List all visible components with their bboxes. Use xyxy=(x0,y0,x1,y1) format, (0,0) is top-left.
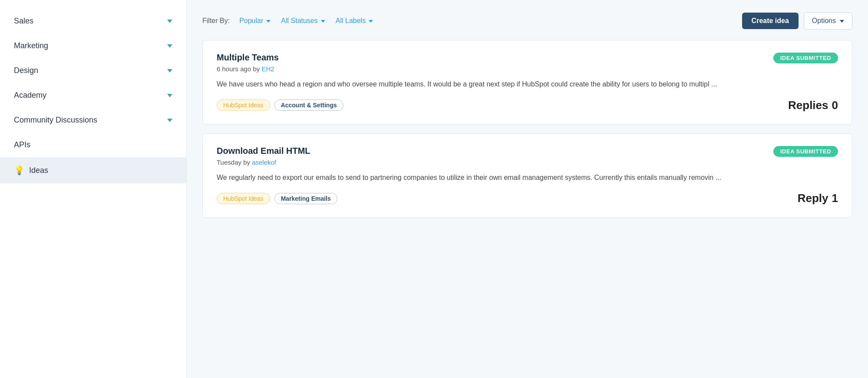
all-statuses-label: All Statuses xyxy=(281,17,317,25)
filter-by-label: Filter By: xyxy=(202,17,230,25)
options-label: Options xyxy=(812,17,836,25)
bulb-icon: 💡 xyxy=(14,165,25,176)
tag-account-settings[interactable]: Account & Settings xyxy=(274,99,343,111)
chevron-down-icon xyxy=(838,17,844,25)
tag-marketing-emails[interactable]: Marketing Emails xyxy=(274,193,337,204)
replies-count: 0 xyxy=(832,99,838,112)
card-footer: HubSpot Ideas Marketing Emails Reply1 xyxy=(217,192,838,205)
card-meta-time: 6 hours ago by xyxy=(217,65,261,73)
sidebar-item-apis[interactable]: APIs xyxy=(0,133,186,157)
card-title-block: Download Email HTML Tuesday by aselekof xyxy=(217,146,310,172)
popular-label: Popular xyxy=(239,17,263,25)
main-content: Filter By: Popular All Statuses All Labe… xyxy=(187,0,868,378)
card-author-link[interactable]: aselekof xyxy=(252,159,276,166)
chevron-down-icon xyxy=(167,66,172,75)
card-title-block: Multiple Teams 6 hours ago by EH2 xyxy=(217,53,279,79)
sidebar-item-label: Ideas xyxy=(29,166,48,175)
sidebar-item-sales[interactable]: Sales xyxy=(0,9,186,33)
card-replies: Reply1 xyxy=(794,192,838,205)
card-replies: Replies0 xyxy=(785,99,838,112)
card-top: Multiple Teams 6 hours ago by EH2 IDEA S… xyxy=(217,53,838,79)
sidebar-item-label: Marketing xyxy=(14,41,48,50)
all-statuses-filter-button[interactable]: All Statuses xyxy=(277,15,328,27)
sidebar-item-community-discussions[interactable]: Community Discussions xyxy=(0,108,186,133)
sidebar-item-label: APIs xyxy=(14,140,30,149)
replies-count: 1 xyxy=(832,192,838,205)
card-meta: 6 hours ago by EH2 xyxy=(217,65,279,73)
idea-card-2: Download Email HTML Tuesday by aselekof … xyxy=(202,133,852,218)
options-button[interactable]: Options xyxy=(804,12,852,30)
sidebar-item-label: Academy xyxy=(14,91,46,100)
chevron-down-icon xyxy=(167,41,172,50)
chevron-down-icon xyxy=(320,17,325,25)
tag-hubspot-ideas[interactable]: HubSpot Ideas xyxy=(217,193,270,204)
filter-left: Filter By: Popular All Statuses All Labe… xyxy=(202,15,376,27)
card-meta-time: Tuesday by xyxy=(217,159,252,166)
card-meta: Tuesday by aselekof xyxy=(217,159,310,166)
card-body: We regularly need to export our emails t… xyxy=(217,172,838,183)
sidebar: Sales Marketing Design Academy xyxy=(0,0,187,378)
idea-submitted-badge: IDEA SUBMITTED xyxy=(773,146,838,157)
sidebar-item-design[interactable]: Design xyxy=(0,58,186,83)
chevron-down-icon xyxy=(167,17,172,26)
card-footer: HubSpot Ideas Account & Settings Replies… xyxy=(217,99,838,112)
replies-label: Replies xyxy=(788,99,828,112)
all-labels-filter-button[interactable]: All Labels xyxy=(332,15,376,27)
all-labels-label: All Labels xyxy=(336,17,366,25)
idea-card-1: Multiple Teams 6 hours ago by EH2 IDEA S… xyxy=(202,40,852,125)
create-idea-button[interactable]: Create idea xyxy=(742,13,799,29)
card-tags: HubSpot Ideas Account & Settings xyxy=(217,99,343,111)
replies-label: Reply xyxy=(798,192,828,205)
create-idea-label: Create idea xyxy=(752,17,789,24)
sidebar-item-ideas[interactable]: 💡 Ideas xyxy=(0,157,186,183)
sidebar-item-label: Community Discussions xyxy=(14,116,97,125)
card-tags: HubSpot Ideas Marketing Emails xyxy=(217,193,337,204)
card-title[interactable]: Multiple Teams xyxy=(217,53,279,63)
popular-filter-button[interactable]: Popular xyxy=(236,15,274,27)
card-author-link[interactable]: EH2 xyxy=(261,65,274,73)
tag-hubspot-ideas[interactable]: HubSpot Ideas xyxy=(217,99,270,111)
sidebar-item-label: Sales xyxy=(14,17,33,26)
idea-submitted-badge: IDEA SUBMITTED xyxy=(773,53,838,63)
card-body: We have users who head a region and who … xyxy=(217,79,838,90)
sidebar-item-marketing[interactable]: Marketing xyxy=(0,33,186,58)
chevron-down-icon xyxy=(167,116,172,125)
card-top: Download Email HTML Tuesday by aselekof … xyxy=(217,146,838,172)
chevron-down-icon xyxy=(367,17,373,25)
card-title[interactable]: Download Email HTML xyxy=(217,146,310,156)
filter-bar: Filter By: Popular All Statuses All Labe… xyxy=(202,12,852,30)
chevron-down-icon xyxy=(265,17,271,25)
sidebar-item-academy[interactable]: Academy xyxy=(0,83,186,108)
sidebar-item-label: Design xyxy=(14,66,38,75)
chevron-down-icon xyxy=(167,91,172,100)
filter-right: Create idea Options xyxy=(742,12,852,30)
